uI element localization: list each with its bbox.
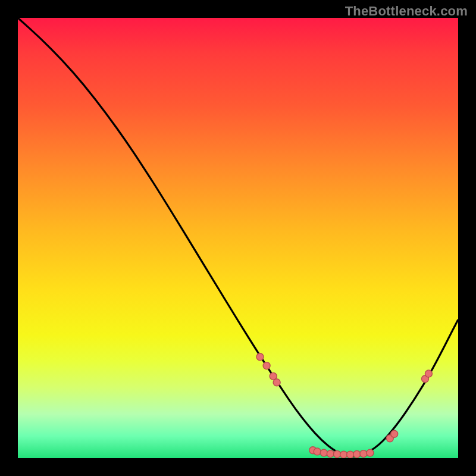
curve-marker xyxy=(367,449,374,456)
curve-marker xyxy=(327,450,334,458)
bottleneck-curve xyxy=(18,18,458,456)
chart-svg xyxy=(18,18,458,458)
curve-marker xyxy=(347,451,354,458)
chart-frame: TheBottleneck.com xyxy=(0,0,476,476)
curve-marker xyxy=(273,379,280,386)
curve-marker xyxy=(425,370,432,377)
curve-marker xyxy=(391,430,398,437)
curve-marker xyxy=(320,449,327,456)
curve-marker xyxy=(334,450,341,458)
curve-marker xyxy=(263,362,270,369)
curve-marker xyxy=(360,450,367,458)
curve-marker xyxy=(256,353,264,361)
plot-area xyxy=(18,18,458,458)
curve-markers xyxy=(256,353,432,458)
watermark-text: TheBottleneck.com xyxy=(345,4,468,19)
curve-marker xyxy=(340,451,347,458)
curve-marker xyxy=(314,448,321,455)
curve-marker xyxy=(353,450,361,458)
